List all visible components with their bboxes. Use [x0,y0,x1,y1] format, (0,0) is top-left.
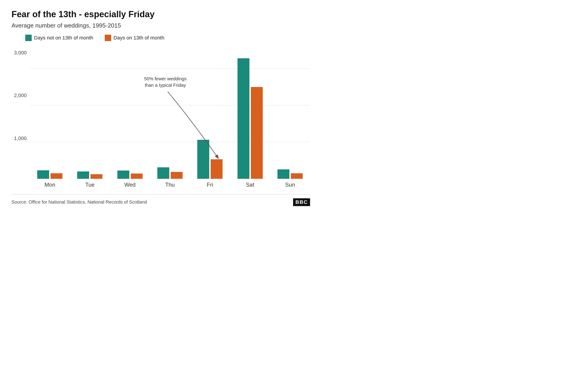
bar-teal-tue [77,171,89,179]
y-axis: 1,0002,0003,000 [11,50,30,179]
x-label: Thu [150,179,190,188]
annotation-text: 50% fewer weddings than a typical Friday [140,75,191,88]
day-group [30,170,70,179]
chart-footer: Source: Office for National Statistics, … [11,194,310,206]
bars-container [30,50,310,179]
x-label: Sat [230,179,270,188]
x-label: Mon [30,179,70,188]
bar-orange-mon [51,173,62,179]
day-group [270,169,310,179]
x-label: Wed [110,179,150,188]
chart-inner: 50% fewer weddings than a typical Friday [30,50,310,179]
bar-orange-fri [211,159,222,179]
bar-orange-thu [171,172,183,179]
legend-item-orange: Days on 13th of month [105,35,164,41]
source-text: Source: Office for National Statistics, … [11,200,147,205]
chart-title: Fear of the 13th - especially Friday [11,9,310,20]
bar-teal-fri [197,140,209,179]
day-group [150,167,190,179]
bar-teal-sat [238,58,249,179]
day-group [110,171,150,179]
x-label: Tue [70,179,110,188]
bar-teal-thu [157,167,169,179]
day-group [190,140,230,179]
legend-box-teal [25,35,32,41]
bbc-logo: BBC [293,198,310,206]
y-axis-label: 3,000 [14,50,27,55]
legend-item-teal: Days not on 13th of month [25,35,93,41]
bar-orange-sat [251,87,263,179]
y-axis-label: 2,000 [14,93,27,98]
legend-box-orange [105,35,111,41]
bar-orange-sun [291,173,303,179]
legend-label-orange: Days on 13th of month [113,35,164,41]
x-label: Sun [270,179,310,188]
y-axis-label: 1,000 [14,136,27,141]
chart-subtitle: Average number of weddings, 1995-2015 [11,22,310,29]
chart-area: 1,0002,0003,000 50% fewer weddings than … [11,50,310,179]
bar-orange-tue [91,174,102,179]
x-label: Fri [190,179,230,188]
day-group [70,171,110,179]
bar-teal-wed [117,171,129,179]
x-labels: MonTueWedThuFriSatSun [30,179,310,188]
bar-orange-wed [131,174,143,179]
bar-teal-sun [277,169,290,179]
legend-label-teal: Days not on 13th of month [34,35,93,41]
bar-teal-mon [37,170,49,179]
chart-legend: Days not on 13th of month Days on 13th o… [25,35,310,41]
day-group [230,58,270,179]
